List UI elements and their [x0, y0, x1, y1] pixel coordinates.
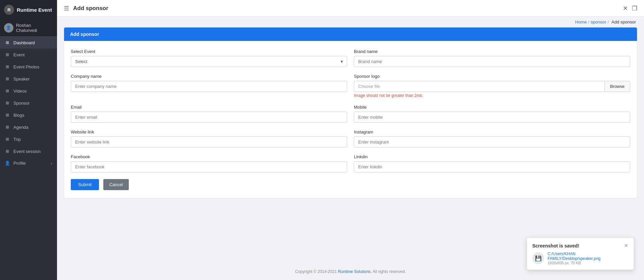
footer-rights: All rights reserved.: [373, 269, 406, 274]
sidebar-label-blogs: Blogs: [13, 113, 24, 118]
instagram-label: Instagram: [354, 129, 630, 134]
agenda-icon: ⊞: [5, 124, 10, 130]
sidebar-item-trip[interactable]: ⊞ Trip: [0, 133, 57, 145]
speaker-icon: ⊞: [5, 76, 10, 81]
sidebar-item-blogs[interactable]: ⊞ Blogs: [0, 109, 57, 121]
brand-name-col: Brand name: [354, 49, 630, 67]
footer-brand[interactable]: Runtime Solutions.: [338, 269, 372, 274]
sidebar-item-profile[interactable]: 👤 Profile ‹: [0, 157, 57, 169]
toast-body: 💾 C:/Users/KHAN FAMILY/Desktop/speaker.p…: [532, 251, 628, 265]
sidebar-item-dashboard[interactable]: ⊞ Dashboard: [0, 37, 57, 49]
footer-text: Copyright © 2014-2021: [295, 269, 337, 274]
disk-icon: 💾: [532, 252, 544, 264]
mobile-label: Mobile: [354, 105, 630, 110]
card-header: Add sponsor: [64, 27, 637, 41]
company-name-label: Company name: [71, 74, 347, 79]
breadcrumb-current: Add sponsor: [611, 19, 636, 24]
browse-button[interactable]: Browse: [604, 81, 630, 92]
select-event-input[interactable]: Select: [71, 56, 347, 67]
sidebar-user: 👤 Roshan Chaturvedi: [0, 19, 57, 37]
breadcrumb: Home / sponsor / Add sponsor: [57, 17, 644, 27]
sidebar-item-event-session[interactable]: ⊞ Event session: [0, 145, 57, 157]
close-icon[interactable]: ✕: [623, 5, 628, 12]
toast-notification: Screenshot is saved! ✕ 💾 C:/Users/KHAN F…: [527, 237, 634, 270]
sidebar-label-event-session: Event session: [13, 149, 41, 154]
sidebar-item-videos[interactable]: ⊞ Videos: [0, 85, 57, 97]
toast-close-icon[interactable]: ✕: [624, 242, 628, 249]
dashboard-icon: ⊞: [5, 40, 10, 45]
submit-button[interactable]: Submit: [71, 179, 99, 190]
toast-meta: 644x280 px, 70 KB: [547, 261, 628, 265]
mobile-input[interactable]: [354, 112, 630, 123]
toast-header: Screenshot is saved! ✕: [532, 242, 628, 249]
sidebar-item-speaker[interactable]: ⊞ Speaker: [0, 73, 57, 85]
sponsor-logo-label: Sponsor logo: [354, 74, 630, 79]
facebook-input[interactable]: [71, 161, 347, 172]
profile-arrow-icon: ‹: [51, 161, 52, 165]
sponsor-logo-col: Sponsor logo Choose file Browse Image sh…: [354, 74, 630, 98]
linkedin-input[interactable]: [354, 161, 630, 172]
videos-icon: ⊞: [5, 88, 10, 94]
brand-name-label: Brand name: [354, 49, 630, 54]
sidebar-header: R Runtime Event: [0, 0, 57, 19]
brand-name-input[interactable]: [354, 56, 630, 67]
content-card: Add sponsor Select Event Select ▼ Brand …: [64, 27, 637, 199]
sidebar-label-event: Event: [13, 52, 24, 57]
profile-icon: 👤: [5, 161, 10, 166]
select-event-label: Select Event: [71, 49, 347, 54]
website-col: Website link: [71, 129, 347, 148]
website-input[interactable]: [71, 136, 347, 148]
file-hint: Image should not be greater than 2mb.: [354, 93, 630, 98]
event-photos-icon: ⊞: [5, 64, 10, 69]
sidebar-item-agenda[interactable]: ⊞ Agenda: [0, 121, 57, 133]
form-row-1: Select Event Select ▼ Brand name: [71, 49, 630, 67]
breadcrumb-sponsor[interactable]: sponsor: [591, 19, 606, 24]
toast-file-info: C:/Users/KHAN FAMILY/Desktop/speaker.png…: [547, 251, 628, 265]
avatar: 👤: [4, 23, 13, 33]
topbar-right: ✕ ❐: [623, 5, 637, 12]
form-row-5: Facebook Linkdin: [71, 154, 630, 172]
linkedin-col: Linkdin: [354, 154, 630, 172]
cancel-button[interactable]: Cancel: [103, 179, 129, 190]
instagram-input[interactable]: [354, 136, 630, 148]
sidebar-label-videos: Videos: [13, 89, 27, 94]
form-actions: Submit Cancel: [71, 179, 630, 190]
company-name-input[interactable]: [71, 81, 347, 92]
event-session-icon: ⊞: [5, 149, 10, 154]
email-col: Email: [71, 105, 347, 123]
trip-icon: ⊞: [5, 136, 10, 142]
sidebar-item-event[interactable]: ⊞ Event: [0, 49, 57, 61]
sidebar-label-sponsor: Sponsor: [13, 101, 30, 106]
blogs-icon: ⊞: [5, 112, 10, 118]
email-input[interactable]: [71, 112, 347, 123]
mobile-col: Mobile: [354, 105, 630, 123]
sidebar-item-event-photos[interactable]: ⊞ Event Photos: [0, 61, 57, 73]
sidebar-item-sponsor[interactable]: ⊞ Sponsor: [0, 97, 57, 109]
sidebar: R Runtime Event 👤 Roshan Chaturvedi ⊞ Da…: [0, 0, 57, 280]
form-row-4: Website link Instagram: [71, 129, 630, 148]
sidebar-label-dashboard: Dashboard: [13, 40, 35, 45]
page-title: Add sponsor: [73, 5, 108, 12]
website-label: Website link: [71, 129, 347, 134]
toast-title: Screenshot is saved!: [532, 243, 579, 248]
sidebar-label-event-photos: Event Photos: [13, 64, 39, 69]
apps-grid-icon[interactable]: ❐: [632, 5, 637, 12]
facebook-col: Facebook: [71, 154, 347, 172]
toast-path[interactable]: C:/Users/KHAN FAMILY/Desktop/speaker.png: [547, 251, 628, 261]
facebook-label: Facebook: [71, 154, 347, 159]
app-name: Runtime Event: [17, 7, 52, 13]
menu-icon[interactable]: ☰: [64, 5, 69, 12]
company-name-col: Company name: [71, 74, 347, 98]
sidebar-label-profile: Profile: [13, 161, 26, 166]
sidebar-label-trip: Trip: [13, 137, 21, 142]
event-icon: ⊞: [5, 52, 10, 57]
form-row-2: Company name Sponsor logo Choose file Br…: [71, 74, 630, 98]
app-icon: R: [4, 5, 14, 15]
file-upload-row: Choose file Browse: [354, 81, 630, 92]
card-body: Select Event Select ▼ Brand name Comp: [64, 41, 637, 198]
select-event-wrapper: Select ▼: [71, 56, 347, 67]
topbar-left: ☰ Add sponsor: [64, 5, 108, 12]
sidebar-label-agenda: Agenda: [13, 125, 29, 130]
breadcrumb-home[interactable]: Home: [575, 19, 587, 24]
breadcrumb-sep1: /: [588, 19, 590, 24]
